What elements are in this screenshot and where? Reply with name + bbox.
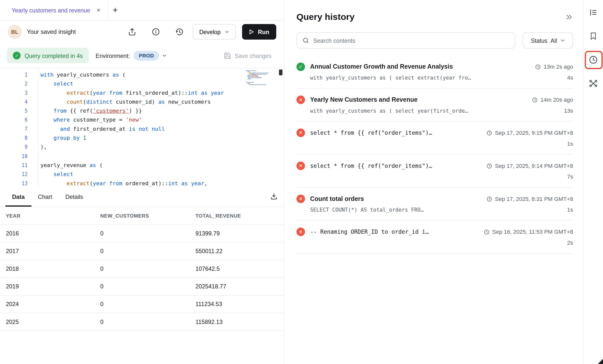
code-line[interactable]: group by 1 [40,134,284,142]
error-status-icon: ✕ [297,95,305,104]
query-status-text: Query completed in 4s [24,52,83,59]
table-cell: 2025418.77 [190,277,284,295]
info-icon[interactable] [151,27,160,36]
table-cell: 2017 [0,242,95,260]
line-number: 6 [0,116,38,125]
clock-icon [535,64,541,70]
status-filter-dropdown[interactable]: Status All [523,32,573,49]
table-cell: 2016 [0,225,95,242]
tab-data[interactable]: Data [5,186,31,207]
table-cell: 111234.53 [190,295,284,313]
query-status-badge: ✓ Query completed in 4s [7,48,89,63]
chevron-down-icon[interactable] [162,53,167,58]
history-list: ✓Annual Customer Growth and Revenue Anal… [297,55,573,254]
search-icon [302,37,309,44]
status-filter-label: Status [531,37,547,44]
code-line[interactable]: ), [40,143,284,152]
table-cell: 2019 [0,277,95,295]
line-number: 11 [0,161,38,170]
table-row[interactable]: 2016091399.79 [0,225,284,242]
history-item-time: Sep 17, 2025, 9:15 PM GMT+8 [486,127,573,138]
insight-title: Your saved insight [27,28,76,35]
query-history-icon[interactable] [588,55,598,64]
table-row[interactable]: 20240111234.53 [0,295,284,313]
history-item[interactable]: ✕select * from {{ ref("order_items")…Sep… [297,155,573,188]
error-status-icon: ✕ [297,162,305,170]
tab-yearly-customers[interactable]: Yearly customers and revenue ✕ [0,0,108,20]
clock-icon [486,163,492,169]
develop-button[interactable]: Develop [193,24,236,40]
history-item[interactable]: ✕-- Renaming ORDER_ID to order_id i…Sep … [297,221,573,254]
check-icon: ✓ [13,52,21,59]
tab-bar: Yearly customers and revenue ✕ + [0,0,284,21]
history-item-title: select * from {{ ref("order_items")… [310,127,481,138]
results-tab-bar: Data Chart Details [0,186,284,207]
code-line[interactable]: count(distinct customer_id) as new_custo… [40,97,284,106]
table-row[interactable]: 20250115892.13 [0,313,284,330]
sql-editor[interactable]: 12345678910111213 with yearly_customers … [0,68,284,186]
history-item[interactable]: ✕Count total ordersSELECT COUNT(*) AS to… [297,187,573,221]
environment-badge[interactable]: PROD [134,51,159,60]
line-number: 4 [0,97,38,106]
search-box[interactable] [297,32,515,49]
history-item-duration: 1s [486,204,573,215]
column-header-new-customers[interactable]: NEW_CUSTOMERS [95,207,190,224]
code-line[interactable]: extract(year from first_ordered_at)::int… [40,88,284,97]
editor-lines[interactable]: with yearly_customers as ( select extrac… [39,68,284,186]
history-item-duration: 1s [486,138,573,149]
table-cell: 91399.79 [190,225,284,242]
clock-icon [486,130,492,136]
tab-details[interactable]: Details [59,186,90,207]
tab-chart[interactable]: Chart [31,186,59,207]
save-changes-label: Save changes [235,52,272,59]
run-button[interactable]: Run [242,24,276,40]
table-cell: 0 [95,277,190,295]
line-number: 10 [0,152,38,161]
download-icon[interactable] [269,192,278,201]
code-line[interactable]: and first_ordered_at is not null [40,125,284,134]
table-row[interactable]: 20170550011.22 [0,242,284,260]
environment-label: Environment: [96,52,130,59]
clock-icon [486,196,492,202]
table-row[interactable]: 20180107642.5 [0,260,284,277]
error-status-icon: ✕ [297,129,305,137]
save-changes-button[interactable]: Save changes [224,52,272,59]
history-item[interactable]: ✕select * from {{ ref("order_items")…Sep… [297,122,573,155]
history-item-time: Sep 16, 2025, 11:53 PM GMT+8 [484,227,573,237]
code-line[interactable]: extract(year from ordered_at)::int as ye… [40,179,284,186]
close-tab-icon[interactable]: ✕ [96,7,100,13]
code-line[interactable]: select [40,170,284,179]
editor-scrollbar[interactable] [279,70,282,75]
history-item-time: Sep 17, 2025, 9:14 PM GMT+8 [486,160,573,171]
new-tab-button[interactable]: + [113,6,118,14]
history-item[interactable]: ✓Annual Customer Growth and Revenue Anal… [297,55,573,89]
document-outline-icon[interactable] [588,8,598,17]
table-cell: 0 [95,242,190,260]
line-number: 8 [0,134,38,142]
collapse-panel-icon[interactable] [565,13,573,21]
history-item-time: Sep 17, 2025, 8:31 PM GMT+8 [486,193,573,204]
share-icon[interactable] [127,27,137,36]
code-line[interactable]: where customer_type = 'new' [40,116,284,125]
save-icon [224,52,231,59]
bookmark-icon[interactable] [588,32,598,41]
status-row: ✓ Query completed in 4s Environment: PRO… [0,43,284,68]
code-line[interactable]: from {{ ref('customers') }} [40,106,284,115]
lineage-icon[interactable] [588,79,598,88]
history-item[interactable]: ✕Yearly New Customers and Revenuewith ye… [297,89,573,122]
editor-panel: Yearly customers and revenue ✕ + BL Your… [0,0,284,364]
column-header-year[interactable]: YEAR [0,207,95,224]
history-item-title: Count total orders [310,193,481,204]
error-status-icon: ✕ [297,195,305,203]
search-input[interactable] [313,37,509,44]
history-item-snippet: with yearly_customers as ( select extrac… [310,72,530,83]
code-line[interactable]: yearly_revenue as ( [40,161,284,170]
table-row[interactable]: 201902025418.77 [0,277,284,295]
version-history-icon[interactable] [175,27,184,36]
column-header-total-revenue[interactable]: TOTAL_REVENUE [190,207,284,224]
play-icon [249,29,254,35]
code-line[interactable] [40,152,284,161]
editor-minimap[interactable] [246,70,270,86]
results-table: YEAR NEW_CUSTOMERS TOTAL_REVENUE 2016091… [0,207,284,330]
history-item-time: 14m 20s ago [532,94,573,105]
